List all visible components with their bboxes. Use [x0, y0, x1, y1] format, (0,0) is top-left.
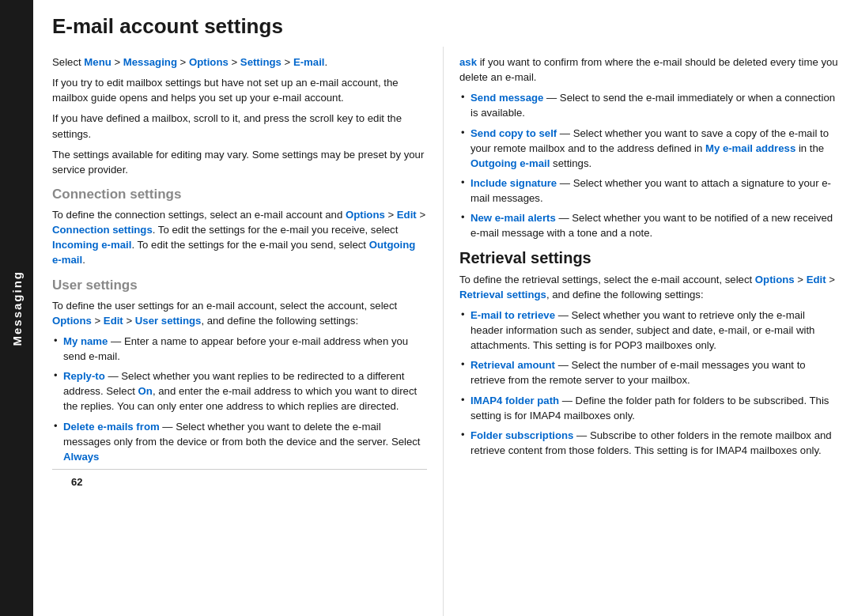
retrieval-amount-label: Retrieval amount: [470, 359, 555, 371]
two-column-layout: Select Menu > Messaging > Options > Sett…: [33, 47, 854, 616]
user-edit-link: Edit: [104, 315, 123, 327]
conn-settings-link: Connection settings: [52, 224, 153, 236]
imap4-folder-path-label: IMAP4 folder path: [470, 395, 559, 406]
menu-link: Menu: [84, 56, 111, 68]
page-number: 62: [52, 473, 427, 491]
user-settings-link: User settings: [135, 315, 202, 327]
user-settings-title: User settings: [52, 278, 427, 293]
user-settings-list: My name — Enter a name to appear before …: [52, 334, 427, 464]
messaging-link: Messaging: [123, 56, 177, 68]
retrieval-settings-list: E-mail to retrieve — Select whether you …: [459, 308, 838, 458]
retrieval-para: To define the retrieval settings, select…: [459, 272, 838, 302]
list-item: Delete e-mails from — Select whether you…: [52, 419, 427, 464]
list-item: Send message — Select to send the e-mail…: [459, 90, 838, 120]
my-name-label: My name: [63, 335, 108, 347]
list-item: E-mail to retrieve — Select whether you …: [459, 308, 838, 353]
continued-ask-text: ask if you want to confirm from where th…: [459, 55, 838, 85]
list-item: New e-mail alerts — Select whether you w…: [459, 210, 838, 240]
send-message-label: Send message: [470, 92, 543, 104]
right-column: ask if you want to confirm from where th…: [444, 47, 854, 616]
folder-subscriptions-label: Folder subscriptions: [470, 429, 573, 441]
ask-link: ask: [459, 56, 477, 68]
send-settings-list: Send message — Select to send the e-mail…: [459, 90, 838, 240]
intro-para3: The settings available for editing may v…: [52, 147, 427, 177]
ret-options-link: Options: [755, 274, 795, 285]
conn-options-link: Options: [346, 209, 385, 221]
reply-to-label: Reply-to: [63, 370, 105, 382]
sidebar-label: Messaging: [10, 270, 24, 346]
delete-emails-label: Delete e-mails from: [63, 421, 160, 433]
sidebar: Messaging: [0, 0, 33, 616]
intro-para2: If you have defined a mailbox, scroll to…: [52, 111, 427, 141]
list-item: Reply-to — Select whether you want repli…: [52, 368, 427, 414]
list-item: Retrieval amount — Select the number of …: [459, 357, 838, 387]
connection-para: To define the connection settings, selec…: [52, 207, 427, 268]
page-title: E-mail account settings: [33, 14, 854, 47]
settings-link: Settings: [240, 56, 282, 68]
email-to-retrieve-label: E-mail to retrieve: [470, 309, 555, 321]
connection-settings-title: Connection settings: [52, 187, 427, 202]
new-email-alerts-label: New e-mail alerts: [470, 212, 556, 224]
send-copy-label: Send copy to self: [470, 127, 557, 139]
list-item: IMAP4 folder path — Define the folder pa…: [459, 393, 838, 423]
outgoing-email-settings-link: Outgoing e-mail: [470, 157, 550, 169]
user-options-link: Options: [52, 315, 92, 327]
incoming-email-link: Incoming e-mail: [52, 239, 131, 251]
list-item: Send copy to self — Select whether you w…: [459, 126, 838, 171]
list-item: My name — Enter a name to appear before …: [52, 334, 427, 364]
always-link: Always: [63, 451, 99, 463]
on-link: On: [138, 385, 153, 397]
ret-edit-link: Edit: [807, 274, 826, 285]
list-item: Include signature — Select whether you w…: [459, 176, 838, 206]
intro-para1: If you try to edit mailbox settings but …: [52, 75, 427, 105]
user-settings-para: To define the user settings for an e-mai…: [52, 298, 427, 328]
intro-menu-path: Select Menu > Messaging > Options > Sett…: [52, 55, 427, 70]
list-item: Folder subscriptions — Subscribe to othe…: [459, 428, 838, 458]
include-signature-label: Include signature: [470, 177, 557, 189]
my-email-address-link: My e-mail address: [705, 142, 795, 154]
ret-settings-link: Retrieval settings: [459, 289, 546, 300]
left-column: Select Menu > Messaging > Options > Sett…: [33, 47, 444, 616]
email-link: E-mail: [293, 56, 325, 68]
retrieval-settings-title: Retrieval settings: [459, 249, 838, 267]
options-link: Options: [189, 56, 229, 68]
conn-edit-link: Edit: [397, 209, 417, 221]
bottom-divider: [52, 469, 427, 470]
page-content: E-mail account settings Select Menu > Me…: [33, 0, 854, 616]
